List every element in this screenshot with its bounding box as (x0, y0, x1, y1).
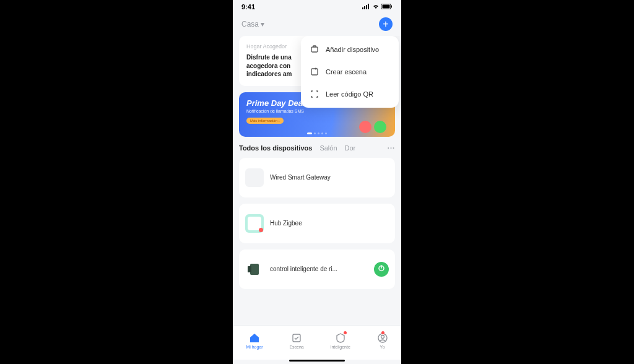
banner-button[interactable]: Más información › (246, 118, 284, 124)
device-card[interactable]: control inteligente de ri... (239, 249, 395, 289)
dropdown-create-scene[interactable]: Crear escena (301, 61, 399, 83)
power-button[interactable] (374, 262, 389, 277)
add-dropdown: Añadir dispositivo Crear escena Leer cód… (301, 36, 399, 108)
signal-icon (362, 3, 370, 11)
device-name: Wired Smart Gateway (270, 174, 389, 181)
qr-icon (310, 89, 319, 99)
svg-rect-9 (250, 264, 259, 275)
banner-pagination (307, 132, 327, 134)
status-icons (362, 3, 393, 11)
phone-frame: 9:41 Casa ▾ + Añadi (233, 0, 401, 364)
controller-icon (245, 260, 264, 279)
wifi-icon (372, 3, 380, 11)
status-bar: 9:41 (233, 0, 401, 14)
scene-icon (310, 67, 319, 77)
tab-room-salon[interactable]: Salón (319, 144, 337, 152)
svg-rect-8 (311, 69, 318, 75)
dropdown-scene-label: Crear escena (326, 68, 367, 76)
nav-home[interactable]: Mi hogar (246, 332, 263, 349)
add-button[interactable]: + (379, 17, 393, 31)
nav-smart-label: Inteligente (331, 345, 350, 349)
banner-subtitle: Notificación de llamadas SMS (246, 109, 388, 113)
tab-all-devices[interactable]: Todos los dispositivos (239, 144, 312, 152)
battery-icon (381, 3, 393, 11)
dropdown-add-label: Añadir dispositivo (326, 46, 379, 53)
scene-nav-icon (291, 332, 302, 344)
svg-rect-1 (364, 6, 365, 9)
device-icon (310, 45, 319, 54)
nav-scene-label: Escena (289, 345, 303, 349)
dropdown-qr-label: Leer código QR (326, 90, 373, 98)
notification-badge (381, 331, 384, 334)
welcome-text: Disfrute de una acogedora con indicadore… (246, 53, 308, 79)
chevron-down-icon: ▾ (261, 20, 264, 28)
tab-room-dor[interactable]: Dor (345, 144, 356, 152)
svg-rect-12 (293, 334, 300, 342)
nav-scene[interactable]: Escena (289, 332, 303, 349)
svg-rect-2 (366, 5, 367, 9)
device-card[interactable]: Hub Zigbee (239, 204, 395, 243)
svg-rect-0 (362, 7, 363, 9)
home-label: Casa (241, 20, 259, 28)
dropdown-scan-qr[interactable]: Leer código QR (301, 83, 399, 105)
content: Añadir dispositivo Crear escena Leer cód… (233, 36, 401, 325)
header: Casa ▾ + (233, 14, 401, 36)
device-name: control inteligente de ri... (270, 266, 368, 272)
banner-decoration (359, 121, 386, 133)
svg-rect-10 (248, 266, 251, 272)
power-icon (378, 264, 385, 274)
notification-badge (344, 331, 347, 334)
gateway-icon (245, 168, 264, 187)
svg-rect-5 (383, 5, 390, 9)
device-name: Hub Zigbee (270, 220, 389, 227)
dropdown-add-device[interactable]: Añadir dispositivo (301, 38, 399, 61)
svg-rect-3 (368, 4, 369, 9)
tab-more[interactable]: ··· (388, 144, 395, 152)
home-indicator (289, 360, 345, 362)
svg-rect-7 (311, 47, 318, 52)
nav-smart[interactable]: Inteligente (331, 332, 350, 349)
home-icon (249, 332, 260, 344)
nav-me[interactable]: Yo (377, 332, 388, 349)
nav-me-label: Yo (380, 345, 385, 349)
device-card[interactable]: Wired Smart Gateway (239, 158, 395, 197)
status-time: 9:41 (241, 3, 255, 11)
bottom-nav: Mi hogar Escena Inteligente Yo (233, 325, 401, 360)
plus-icon: + (383, 19, 388, 30)
nav-home-label: Mi hogar (246, 345, 263, 349)
svg-point-14 (381, 336, 384, 339)
device-filter-tabs: Todos los dispositivos Salón Dor ··· (239, 144, 395, 152)
hub-icon (245, 214, 264, 233)
home-selector[interactable]: Casa ▾ (241, 20, 264, 28)
svg-rect-6 (391, 6, 393, 8)
